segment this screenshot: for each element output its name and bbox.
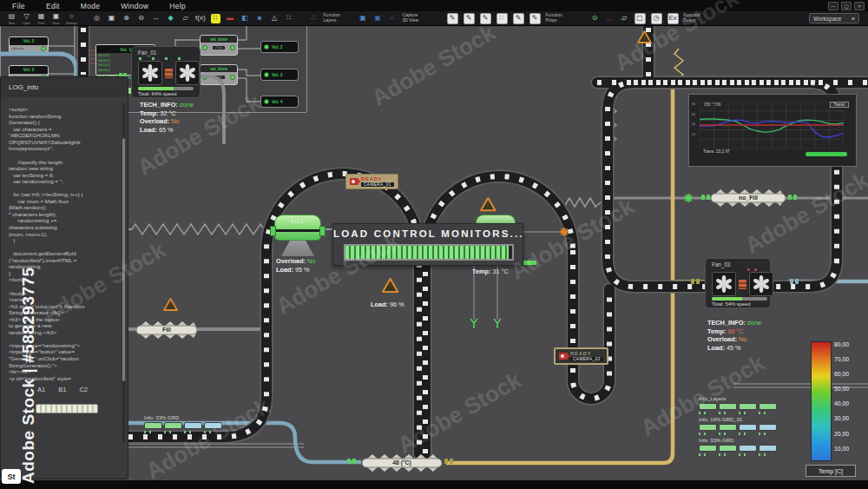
panel-icon[interactable]: ■ <box>255 14 265 23</box>
function-select-label[interactable]: Function Select <box>684 13 713 23</box>
nofill-capsule[interactable]: no_Fill <box>710 188 786 208</box>
pan-icon[interactable]: ↔ <box>151 14 161 23</box>
layout-icon[interactable]: ◧ <box>240 14 250 23</box>
menu-item[interactable]: Edit <box>46 2 60 10</box>
check-pen-icon-1[interactable]: ✎ <box>513 13 524 24</box>
minimize-button[interactable]: — <box>828 2 838 10</box>
camera-name: CAMERA_01 <box>361 182 394 187</box>
fan-icon <box>175 61 200 85</box>
app-window: FileEditModeWindowHelp — ▢ × ▤New▽Open▦P… <box>0 0 868 489</box>
function-props-label[interactable]: Function Props <box>546 13 575 23</box>
load-value: 95 % <box>295 266 310 274</box>
exp-icon[interactable]: Ex <box>667 13 679 24</box>
info-group-label: Info: 16% GRD_01 <box>699 417 779 422</box>
log-progress-bar <box>36 404 98 413</box>
menu-item[interactable]: Help <box>169 2 186 10</box>
open-file-icon[interactable]: ▽Open <box>22 11 31 25</box>
camera-icon <box>350 178 358 185</box>
scrollbar-thumb[interactable] <box>122 138 125 381</box>
pen-box-icon-3[interactable]: ✎ <box>480 13 491 24</box>
zoom-out-icon[interactable]: ⊖ <box>136 14 146 23</box>
valve-icon <box>494 319 501 328</box>
layers-add-icon[interactable]: ▣ <box>358 14 368 23</box>
menu-icon: ≡ <box>852 16 855 22</box>
workspace-button[interactable]: Workspace ≡ <box>809 13 859 23</box>
prism-icon[interactable]: △ <box>270 14 279 23</box>
cube-icon[interactable]: ◆ <box>166 14 175 23</box>
fan03-title: Fan_03 <box>712 261 730 268</box>
fill-tank[interactable]: FILL <box>274 215 321 256</box>
fan01-speed-bar <box>138 87 194 90</box>
coupling-icon <box>165 69 173 78</box>
chart-legend[interactable]: Transl. <box>830 102 849 108</box>
orange-star-icon <box>560 228 569 236</box>
warning-triangle-icon <box>164 299 177 310</box>
temp-tick-label: 80,00 <box>834 337 849 352</box>
fan01-total: Total: 64% speed <box>138 91 176 96</box>
log-tab-button[interactable]: B1 <box>58 386 66 393</box>
workspace-label: Workspace <box>813 16 841 22</box>
function-icon[interactable]: f(x) <box>195 14 206 23</box>
info-bar <box>759 403 777 410</box>
close-button[interactable]: × <box>854 2 865 10</box>
function-layers-label[interactable]: Function Layers <box>324 13 353 23</box>
square-icon[interactable]: ▢ <box>635 13 646 24</box>
capture-3d-label[interactable]: Capture 3D View <box>403 13 432 23</box>
load-label: Load: <box>707 344 725 352</box>
menu-item[interactable]: Window <box>121 2 148 10</box>
camera-badge-1[interactable]: READY CAMERA_01 <box>345 174 398 189</box>
load-96-label: Load: 96 % <box>371 301 404 309</box>
chart-ytick: 20 <box>692 133 695 136</box>
log-tab-button[interactable]: C2 <box>79 386 88 393</box>
check-pen-icon-2[interactable]: ✎ <box>529 13 541 24</box>
temp-tick-label: 40,00 <box>834 396 849 411</box>
zoom-in-icon[interactable]: ⊕ <box>122 14 131 23</box>
new-file-icon[interactable]: ▤New <box>7 11 16 25</box>
menu-item[interactable]: File <box>12 2 25 10</box>
grid-icon[interactable]: ∷ <box>285 14 294 23</box>
capture-dots-icon[interactable]: ∴ <box>388 14 398 23</box>
scatter-icon[interactable]: ∴ <box>309 14 319 23</box>
image-icon[interactable]: ▣ <box>107 14 116 23</box>
history-icon[interactable]: ◷ <box>651 13 662 24</box>
tank-port <box>270 226 276 236</box>
save-icon[interactable]: ▣Save <box>51 11 61 25</box>
dice-icon[interactable]: ∷ <box>211 14 220 23</box>
ruler-icon[interactable]: ▬ <box>226 14 235 23</box>
parallelogram-icon[interactable]: ▱ <box>620 14 629 23</box>
perspective-icon[interactable]: ▱ <box>181 14 190 23</box>
info-bar <box>739 403 757 410</box>
tech-info-label: TECH_INFO: <box>707 319 746 327</box>
pen-box-icon-2[interactable]: ✎ <box>464 13 475 24</box>
tank-port <box>319 226 326 236</box>
restore-button[interactable]: ▢ <box>841 2 852 10</box>
magnifier-icon[interactable]: ⊙ <box>590 14 600 23</box>
settings-icon[interactable]: ○Settings <box>66 11 77 25</box>
temp-label: Temp: <box>472 268 490 275</box>
fan-icon <box>749 272 773 296</box>
target-icon[interactable]: ◎ <box>92 14 102 23</box>
print-icon[interactable]: ▦Print <box>36 11 46 25</box>
pen-box-icon-1[interactable]: ✎ <box>447 13 458 24</box>
u-shape-icon[interactable]: ◡ <box>605 14 615 23</box>
overload-label: Overload: <box>276 257 306 265</box>
menu-item[interactable]: Mode <box>81 2 100 10</box>
fan03-tech-info: TECH_INFO: done Temp: 66 °C Overload: No… <box>707 319 761 353</box>
dots-box-icon[interactable]: ∷ <box>496 13 508 24</box>
fan03-fans <box>712 272 773 296</box>
temp-value: 31 °C <box>492 268 508 275</box>
fan03-panel: Fan_03 Total: 54% speed <box>705 258 771 308</box>
info-dots <box>144 431 224 433</box>
log-tab-button[interactable]: A1 <box>37 386 45 393</box>
fan03-speed-bar <box>712 297 767 301</box>
pipe-gray-fan01 <box>199 76 224 144</box>
load-control-overlay: LOAD CONTROL MONITORS... <box>332 223 523 266</box>
fill-capsule[interactable]: Fill <box>135 320 198 340</box>
load-label: Load: <box>276 266 293 274</box>
info-bar <box>699 424 717 431</box>
camera-badge-2[interactable]: READY CAMERA_02 <box>554 347 608 365</box>
fan-status-dots <box>139 57 189 60</box>
layers-icon[interactable]: ▣ <box>373 14 383 23</box>
green-star-icon <box>684 194 693 202</box>
temp-capsule[interactable]: 48 (°C) <box>361 453 443 473</box>
